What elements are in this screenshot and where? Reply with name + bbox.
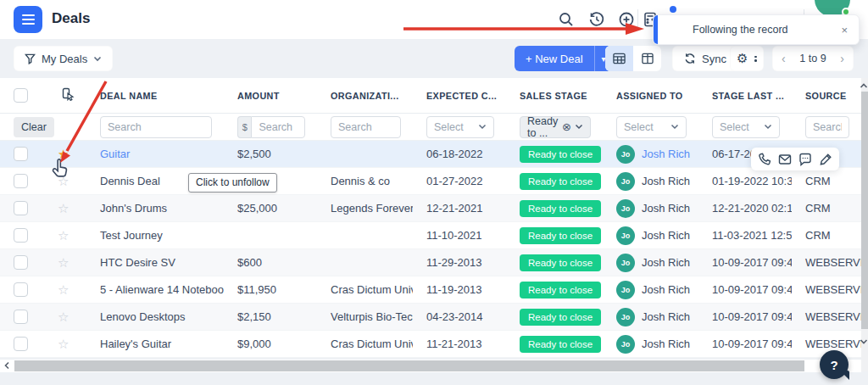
- sales-stage-filter-select[interactable]: Ready to ... ⊗: [520, 116, 591, 138]
- organization-cell: Cras Dictum Unive: [317, 338, 413, 350]
- assignee-name[interactable]: Josh Rich: [642, 175, 690, 187]
- deal-name-cell[interactable]: John's Drums: [86, 202, 224, 215]
- column-header-source[interactable]: SOURCE: [792, 91, 861, 101]
- chevron-down-icon: [764, 124, 772, 130]
- help-button[interactable]: ?: [820, 350, 849, 379]
- follow-star-icon[interactable]: ☆: [58, 201, 69, 215]
- expected-close-filter-select[interactable]: Select: [426, 116, 494, 138]
- table-row[interactable]: ☆ John's Drums $25,000 Legends Forever 1…: [0, 195, 861, 222]
- follow-star-icon[interactable]: ☆: [58, 310, 69, 324]
- table-row[interactable]: ☆ Lenovo Desktops $2,150 Velturpis Bio-T…: [0, 304, 861, 331]
- deal-name-cell[interactable]: 5 - Alienware 14 Notebooks: [86, 283, 224, 296]
- assignee-name[interactable]: Josh Rich: [642, 283, 690, 296]
- amount-cell: $2,500: [224, 148, 317, 160]
- deal-name-filter-input[interactable]: [100, 116, 212, 138]
- email-icon[interactable]: [778, 153, 792, 166]
- row-checkbox[interactable]: [14, 147, 28, 161]
- column-header-organization[interactable]: ORGANIZATI...: [317, 91, 413, 101]
- row-checkbox[interactable]: [14, 201, 28, 215]
- source-filter-input[interactable]: [805, 116, 849, 138]
- select-all-checkbox[interactable]: [14, 88, 28, 103]
- row-checkbox[interactable]: [14, 282, 28, 297]
- column-header-expected-close[interactable]: EXPECTED C...: [413, 91, 506, 101]
- add-icon[interactable]: [618, 11, 635, 28]
- scroll-up-icon[interactable]: [860, 81, 868, 90]
- page-next-icon[interactable]: ›: [840, 52, 844, 65]
- scroll-down-icon[interactable]: [860, 338, 868, 346]
- follow-star-icon[interactable]: ☆: [58, 282, 69, 297]
- column-header-amount[interactable]: AMOUNT: [224, 91, 317, 101]
- assignee-name[interactable]: Josh Rich: [642, 338, 690, 350]
- column-header-deal-name[interactable]: DEAL NAME: [86, 91, 224, 101]
- table-row[interactable]: ☆ 5 - Alienware 14 Notebooks $11,950 Cra…: [0, 276, 861, 304]
- deal-name-cell[interactable]: Guitar: [86, 148, 224, 160]
- assignee-name[interactable]: Josh Rich: [642, 148, 690, 160]
- deal-name-cell[interactable]: Test Journey: [86, 229, 224, 242]
- sales-stage-filter-clear-icon[interactable]: ⊗: [562, 120, 571, 133]
- new-deal-button[interactable]: + New Deal: [515, 53, 594, 65]
- row-checkbox[interactable]: [14, 310, 28, 324]
- sales-stage-badge: Ready to close: [520, 227, 601, 244]
- expected-close-filter-value: Select: [434, 121, 464, 133]
- search-icon[interactable]: [558, 11, 575, 28]
- amount-currency-prefix: $: [237, 116, 251, 138]
- clear-filters-button[interactable]: Clear: [14, 117, 54, 137]
- filter-row: Clear $ Select Ready to ... ⊗ Select: [0, 114, 861, 141]
- kanban-view-button[interactable]: [633, 46, 661, 71]
- stage-last-cell: 10-09-2017 09:46 AM: [698, 283, 792, 296]
- follow-star-icon[interactable]: ★: [58, 147, 69, 161]
- notification-close-icon[interactable]: ×: [841, 24, 848, 36]
- sales-stage-cell: Ready to close: [506, 309, 603, 326]
- table-row[interactable]: ☆ Test Journey 11-10-2021 Ready to close…: [0, 222, 861, 249]
- table-row[interactable]: ★ Guitar $2,500 06-18-2022 Ready to clos…: [0, 141, 861, 168]
- table-row[interactable]: ☆ Hailey's Guitar $9,000 Cras Dictum Uni…: [0, 331, 861, 358]
- table-row[interactable]: ☆ Dennis Deal $5,400 Dennis & co 01-27-2…: [0, 168, 861, 195]
- row-checkbox[interactable]: [14, 174, 28, 188]
- assignee-name[interactable]: Josh Rich: [642, 310, 690, 323]
- assignee-name[interactable]: Josh Rich: [642, 229, 690, 242]
- gear-dots-icon: [754, 56, 757, 62]
- column-header-sales-stage[interactable]: SALES STAGE: [506, 91, 603, 101]
- table-row[interactable]: ☆ HTC Desire SV $600 11-29-2013 Ready to…: [0, 249, 861, 276]
- phone-icon[interactable]: [758, 153, 771, 166]
- source-cell: CRM: [792, 229, 861, 242]
- page-prev-icon[interactable]: ‹: [782, 52, 786, 65]
- horizontal-scrollbar-thumb[interactable]: [14, 360, 804, 371]
- deal-name-cell[interactable]: Hailey's Guitar: [86, 338, 224, 350]
- amount-filter-input[interactable]: [251, 116, 305, 138]
- deal-name-cell[interactable]: Lenovo Desktops: [86, 310, 224, 323]
- assignee-name[interactable]: Josh Rich: [642, 202, 690, 215]
- follow-star-icon[interactable]: ☆: [58, 174, 69, 188]
- new-deal-split-button[interactable]: + New Deal ▾: [515, 46, 613, 71]
- follow-star-icon[interactable]: ☆: [58, 255, 69, 270]
- hamburger-menu-button[interactable]: [14, 6, 42, 33]
- organization-cell: Cras Dictum Unive: [317, 283, 413, 296]
- automation-settings-button[interactable]: ⚙: [730, 46, 764, 71]
- row-checkbox[interactable]: [14, 337, 28, 351]
- row-checkbox[interactable]: [14, 228, 28, 243]
- my-deals-filter-button[interactable]: My Deals: [14, 46, 113, 71]
- sync-button[interactable]: Sync: [672, 46, 738, 71]
- horizontal-scrollbar[interactable]: [0, 360, 861, 372]
- stage-last-cell: 10-09-2017 09:46 AM: [698, 256, 792, 269]
- edit-icon[interactable]: [819, 153, 832, 166]
- follow-star-icon[interactable]: ☆: [58, 337, 69, 351]
- vertical-scrollbar[interactable]: [861, 78, 868, 371]
- assignee-name[interactable]: Josh Rich: [642, 256, 690, 269]
- scroll-left-icon[interactable]: [3, 361, 11, 370]
- organization-filter-input[interactable]: [331, 116, 401, 138]
- column-header-assigned-to[interactable]: ASSIGNED TO: [603, 91, 698, 101]
- vertical-scrollbar-thumb[interactable]: [861, 92, 868, 329]
- stage-last-filter-select[interactable]: Select: [712, 116, 780, 138]
- assignee-avatar: Jo: [616, 145, 635, 164]
- deal-name-cell[interactable]: HTC Desire SV: [86, 256, 224, 269]
- follow-star-icon[interactable]: ☆: [58, 228, 69, 243]
- sync-label: Sync: [702, 53, 726, 65]
- history-icon[interactable]: [588, 11, 605, 28]
- row-checkbox[interactable]: [14, 255, 28, 270]
- table-view-button[interactable]: [605, 46, 633, 71]
- assigned-to-filter-select[interactable]: Select: [616, 116, 687, 138]
- column-header-stage-last[interactable]: STAGE LAST ...: [698, 91, 792, 101]
- toolbar-divider: [637, 9, 638, 30]
- chat-icon[interactable]: [798, 153, 812, 166]
